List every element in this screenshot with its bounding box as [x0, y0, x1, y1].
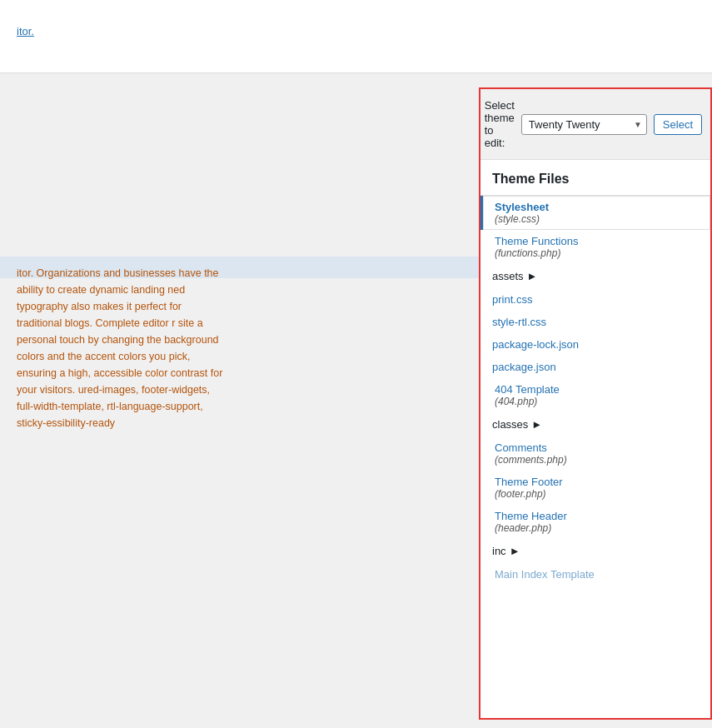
file-item-theme-header[interactable]: Theme Header (header.php) [480, 505, 710, 539]
arrow-right-icon: ► [527, 270, 538, 282]
file-sub-comments: (comments.php) [495, 454, 699, 466]
file-item-print-css[interactable]: print.css [480, 288, 710, 311]
top-bar: itor. [0, 0, 712, 73]
theme-files-title: Theme Files [480, 160, 710, 195]
file-list: Stylesheet (style.css) Theme Functions (… [480, 196, 710, 586]
file-sub-404-template: (404.php) [495, 396, 699, 407]
folder-item-classes[interactable]: classes ► [480, 412, 710, 436]
folder-inc-label: inc [492, 545, 506, 557]
folder-classes-label: classes [492, 418, 528, 431]
file-name-theme-header: Theme Header [495, 510, 699, 522]
panel-select-button[interactable]: Select [654, 114, 702, 135]
panel-select-label: Select theme to edit: [485, 99, 515, 149]
folder-assets-label: assets [492, 270, 524, 282]
file-name-theme-footer: Theme Footer [495, 476, 699, 488]
file-name-style-rtl: style-rtl.css [492, 316, 699, 328]
editor-link[interactable]: itor. [17, 25, 34, 37]
file-name-stylesheet: Stylesheet [495, 201, 699, 213]
file-item-404-template[interactable]: 404 Template (404.php) [480, 378, 710, 412]
arrow-right-icon-classes: ► [531, 418, 542, 431]
file-list-container[interactable]: Stylesheet (style.css) Theme Functions (… [480, 195, 710, 718]
file-item-theme-functions[interactable]: Theme Functions (functions.php) [480, 230, 710, 264]
file-item-stylesheet[interactable]: Stylesheet (style.css) [480, 196, 710, 230]
file-name-main-index: Main Index Template [495, 568, 699, 581]
file-name-package-lock: package-lock.json [492, 338, 699, 351]
file-name-404-template: 404 Template [495, 383, 699, 396]
theme-files-section: Theme Files Stylesheet (style.css) Theme… [480, 160, 710, 718]
panel-select-wrapper: Twenty Twenty Twenty Twenty-One Twenty T… [521, 114, 647, 135]
bg-text: itor. Organizations and businesses have … [17, 267, 222, 429]
panel-header: Select theme to edit: Twenty Twenty Twen… [480, 89, 710, 160]
file-item-main-index[interactable]: Main Index Template [480, 563, 710, 586]
file-item-theme-footer[interactable]: Theme Footer (footer.php) [480, 471, 710, 505]
file-sub-theme-functions: (functions.php) [495, 247, 699, 259]
panel-theme-select[interactable]: Twenty Twenty Twenty Twenty-One Twenty T… [521, 114, 647, 135]
file-name-package-json: package.json [492, 361, 699, 373]
file-item-package-json[interactable]: package.json [480, 356, 710, 378]
file-sub-theme-footer: (footer.php) [495, 488, 699, 500]
file-item-package-lock[interactable]: package-lock.json [480, 333, 710, 356]
arrow-right-icon-inc: ► [510, 545, 520, 557]
file-item-comments[interactable]: Comments (comments.php) [480, 436, 710, 471]
file-name-comments: Comments [495, 441, 699, 454]
theme-editor-panel: Select theme to edit: Twenty Twenty Twen… [479, 87, 712, 720]
folder-item-inc[interactable]: inc ► [480, 539, 710, 563]
folder-item-assets[interactable]: assets ► [480, 264, 710, 288]
file-sub-theme-header: (header.php) [495, 522, 699, 534]
file-name-print-css: print.css [492, 293, 699, 306]
file-sub-stylesheet: (style.css) [495, 213, 699, 225]
background-text-area: itor. Organizations and businesses have … [17, 265, 229, 431]
file-name-theme-functions: Theme Functions [495, 235, 699, 247]
file-item-style-rtl[interactable]: style-rtl.css [480, 311, 710, 333]
